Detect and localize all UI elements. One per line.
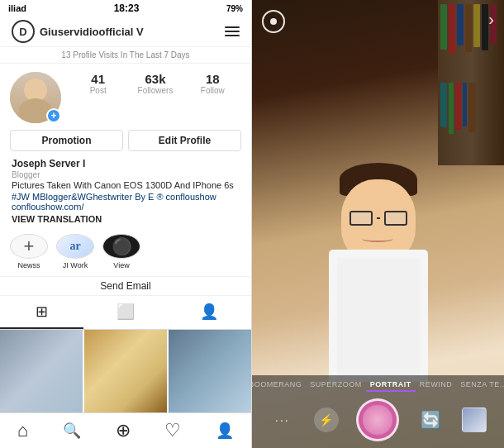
grid-icon: ⊞ [36,303,48,321]
hamburger-line-1 [225,26,240,28]
capture-button-inner [363,405,392,435]
home-nav-icon[interactable]: ⌂ [17,420,28,441]
tab-tagged[interactable]: 👤 [168,296,251,329]
battery-label: 79% [226,4,243,13]
dots-icon: ··· [275,413,290,427]
promotion-button[interactable]: Promotion [10,130,123,151]
activity-nav-icon[interactable]: ♡ [164,420,181,441]
photo-cell-1[interactable] [0,330,83,412]
followers-count: 63k [126,72,183,86]
book-10 [455,83,461,130]
mode-rewind[interactable]: REWIND [416,379,457,392]
instagram-profile-panel: iliad 18:23 79% D Giuservidioofficial V … [0,0,252,448]
content-tabs: ⊞ ⬜ 👤 [0,296,251,330]
list-icon: ⬜ [116,303,135,321]
profile-info: Joseph Server I Blogger Pictures Taken W… [0,156,251,227]
book-4 [465,4,472,52]
camera-controls: ··· ⚡ 🔄 [252,393,504,448]
person-body [329,250,428,382]
following-stat[interactable]: 18 Follow [184,72,241,95]
book-8 [440,83,447,127]
plus-icon: + [24,236,35,257]
bottom-nav: ⌂ 🔍 ⊕ ♡ 👤 [0,412,251,448]
highlight-work-label: JI Work [63,261,88,269]
book-3 [457,4,464,45]
mode-portrait[interactable]: PORTRAIT [366,379,416,392]
mode-superzoom[interactable]: SUPERZOOM [306,379,366,392]
profile-header: D Giuservidioofficial V [0,17,251,47]
book-2 [449,4,455,54]
person-in-camera [312,150,445,382]
profile-stats-row: + 41 Post 63k Followers 18 Follow [0,64,251,128]
action-buttons: Promotion Edit Profile [0,130,251,156]
highlight-add-circle: + [10,234,48,259]
camera-modes: BOOMERANG SUPERZOOM PORTRAIT REWIND SENZ… [252,375,504,393]
flip-icon: 🔄 [421,410,441,430]
search-nav-icon[interactable]: 🔍 [63,422,81,440]
highlight-add[interactable]: + Newss [10,234,48,269]
menu-button[interactable] [225,26,240,36]
posts-label: Post [69,86,126,95]
posts-stat[interactable]: 41 Post [69,72,126,95]
hamburger-line-2 [225,31,240,32]
book-12 [468,83,476,132]
flash-button[interactable]: ⚡ [314,407,339,432]
book-9 [449,83,454,134]
tag-icon: 👤 [200,303,218,321]
highlight-add-label: Newss [17,261,40,269]
visits-notice: 13 Profile Visits In The Last 7 Days [0,47,251,64]
avatar-container[interactable]: + [10,72,61,123]
flip-camera-button[interactable]: 🔄 [417,407,444,433]
mode-senza[interactable]: SENZA TE... [456,379,504,392]
highlight-view[interactable]: ⚫ View [102,234,140,269]
highlight-view-circle: ⚫ [102,234,140,259]
hamburger-line-3 [225,35,240,36]
camera-bottom-controls: BOOMERANG SUPERZOOM PORTRAIT REWIND SENZ… [252,375,504,448]
photo-cell-2[interactable] [84,330,167,412]
book-1 [440,4,447,50]
mode-boomerang[interactable]: BOOMERANG [252,379,306,392]
highlight-work-circle: ar [56,234,94,259]
highlights-row: + Newss ar JI Work ⚫ View [0,227,251,276]
profile-hashtag: #JW MBlogger&WGhestwriter By E ® conflou… [12,192,240,202]
following-count: 18 [184,72,241,86]
bookshelf-decoration [438,0,504,165]
capture-button[interactable] [356,398,399,441]
profile-category: Blogger [12,170,240,179]
app-logo[interactable]: D [12,20,35,43]
username-label[interactable]: Giuservidioofficial V [40,26,144,38]
flash-icon: ⚡ [319,413,333,427]
camera-next-icon[interactable]: › [488,10,494,29]
profile-bio: Pictures Taken With Canon EOS 1300D And … [12,180,240,190]
book-6 [482,4,488,50]
tab-list[interactable]: ⬜ [83,296,167,329]
carrier-label: iliad [8,3,26,13]
profile-website[interactable]: confloushow.com/ [12,202,240,212]
book-11 [463,83,467,126]
profile-name: Joseph Server I [12,158,240,169]
photos-grid [0,330,251,412]
view-translation-button[interactable]: VIEW TRANSLATION [12,214,240,224]
edit-profile-button[interactable]: Edit Profile [128,130,241,151]
stats-container: 41 Post 63k Followers 18 Follow [69,72,241,95]
tab-grid[interactable]: ⊞ [0,296,83,329]
photo-cell-3[interactable] [169,330,251,412]
followers-label: Followers [126,86,183,95]
header-left: D Giuservidioofficial V [12,20,144,43]
last-photo-thumbnail[interactable] [462,407,487,432]
book-5 [473,4,480,47]
following-label: Follow [184,86,241,95]
status-bar: iliad 18:23 79% [0,0,251,17]
add-nav-icon[interactable]: ⊕ [116,420,131,441]
camera-ring-icon[interactable] [262,10,285,33]
highlight-work[interactable]: ar JI Work [56,234,94,269]
camera-panel: › BOOMERANG SUPERZOOM PORTRAIT REWIND SE… [252,0,504,448]
highlight-view-label: View [113,261,129,269]
profile-nav-icon[interactable]: 👤 [216,422,234,440]
send-email-button[interactable]: Send Email [0,276,251,296]
posts-count: 41 [69,72,126,86]
followers-stat[interactable]: 63k Followers [126,72,183,95]
more-options-button[interactable]: ··· [269,407,296,433]
time-label: 18:23 [114,2,140,14]
avatar-add-button[interactable]: + [46,108,61,123]
